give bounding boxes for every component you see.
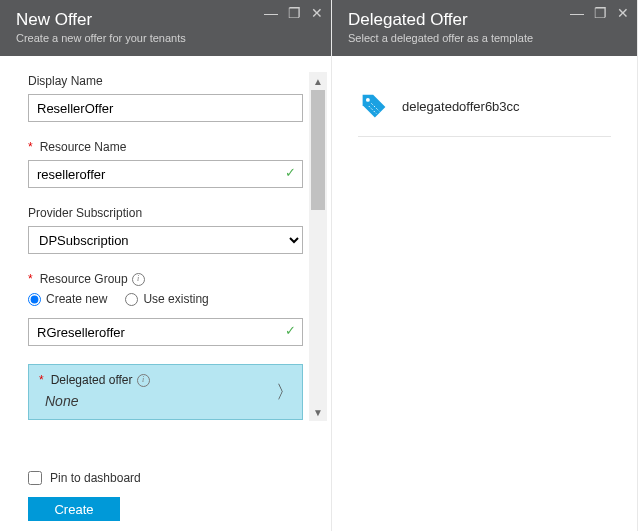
maximize-icon[interactable]: ❐ bbox=[594, 6, 607, 20]
resource-group-label: * Resource Group i bbox=[28, 272, 303, 286]
close-icon[interactable]: ✕ bbox=[617, 6, 629, 20]
close-icon[interactable]: ✕ bbox=[311, 6, 323, 20]
delegated-offer-window-controls: — ❐ ✕ bbox=[570, 6, 629, 20]
delegated-offer-header: Delegated Offer Select a delegated offer… bbox=[332, 0, 637, 56]
provider-subscription-select[interactable]: DPSubscription bbox=[28, 226, 303, 254]
price-tag-icon bbox=[360, 92, 388, 120]
delegated-offer-value: None bbox=[39, 393, 292, 409]
new-offer-subtitle: Create a new offer for your tenants bbox=[16, 32, 317, 44]
delegated-offer-selector[interactable]: * Delegated offer i None 〉 bbox=[28, 364, 303, 420]
maximize-icon[interactable]: ❐ bbox=[288, 6, 301, 20]
delegated-offer-label-text: Delegated offer bbox=[51, 373, 133, 387]
resource-group-label-text: Resource Group bbox=[40, 272, 128, 286]
delegated-offer-blade: Delegated Offer Select a delegated offer… bbox=[332, 0, 638, 531]
delegated-offer-body: delegatedoffer6b3cc bbox=[332, 56, 637, 167]
display-name-label: Display Name bbox=[28, 74, 303, 88]
minimize-icon[interactable]: — bbox=[570, 6, 584, 20]
delegated-offer-subtitle: Select a delegated offer as a template bbox=[348, 32, 623, 44]
display-name-input[interactable] bbox=[28, 94, 303, 122]
display-name-label-text: Display Name bbox=[28, 74, 103, 88]
resource-group-name-input[interactable] bbox=[28, 318, 303, 346]
info-icon[interactable]: i bbox=[132, 273, 145, 286]
use-existing-text: Use existing bbox=[143, 292, 208, 306]
create-new-radio-label[interactable]: Create new bbox=[28, 292, 107, 306]
scrollbar[interactable]: ▲ ▼ bbox=[309, 72, 327, 421]
pin-to-dashboard-label: Pin to dashboard bbox=[50, 471, 141, 485]
create-new-radio[interactable] bbox=[28, 293, 41, 306]
required-asterisk: * bbox=[28, 272, 33, 286]
provider-subscription-label: Provider Subscription bbox=[28, 206, 303, 220]
resource-name-label-text: Resource Name bbox=[40, 140, 127, 154]
svg-point-0 bbox=[366, 98, 370, 102]
info-icon[interactable]: i bbox=[137, 374, 150, 387]
new-offer-footer: Pin to dashboard Create bbox=[28, 471, 303, 521]
delegated-offer-item[interactable]: delegatedoffer6b3cc bbox=[358, 86, 611, 137]
use-existing-radio[interactable] bbox=[125, 293, 138, 306]
new-offer-body: Display Name * Resource Name ✓ Provider … bbox=[0, 56, 331, 531]
create-new-text: Create new bbox=[46, 292, 107, 306]
required-asterisk: * bbox=[28, 140, 33, 154]
create-button[interactable]: Create bbox=[28, 497, 120, 521]
scroll-up-icon[interactable]: ▲ bbox=[309, 72, 327, 90]
new-offer-header: New Offer Create a new offer for your te… bbox=[0, 0, 331, 56]
chevron-right-icon: 〉 bbox=[276, 380, 294, 404]
resource-group-mode: Create new Use existing bbox=[28, 292, 303, 306]
new-offer-window-controls: — ❐ ✕ bbox=[264, 6, 323, 20]
new-offer-blade: New Offer Create a new offer for your te… bbox=[0, 0, 332, 531]
resource-name-label: * Resource Name bbox=[28, 140, 303, 154]
required-asterisk: * bbox=[39, 373, 44, 387]
use-existing-radio-label[interactable]: Use existing bbox=[125, 292, 208, 306]
minimize-icon[interactable]: — bbox=[264, 6, 278, 20]
delegated-offer-item-name: delegatedoffer6b3cc bbox=[402, 99, 520, 114]
pin-to-dashboard-checkbox[interactable] bbox=[28, 471, 42, 485]
scroll-down-icon[interactable]: ▼ bbox=[309, 403, 327, 421]
resource-name-input[interactable] bbox=[28, 160, 303, 188]
provider-subscription-label-text: Provider Subscription bbox=[28, 206, 142, 220]
delegated-offer-label: * Delegated offer i bbox=[39, 373, 292, 387]
scroll-thumb[interactable] bbox=[311, 90, 325, 210]
